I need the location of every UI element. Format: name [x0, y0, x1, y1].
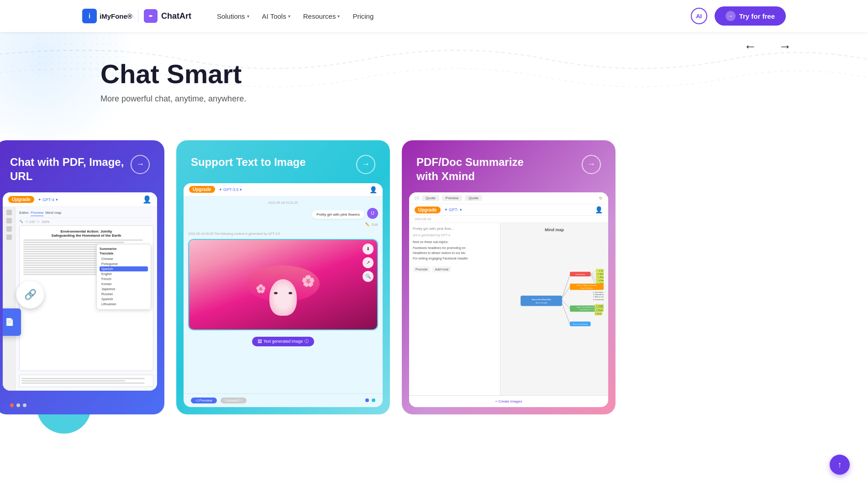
- link-icon-decoration: 🔗: [16, 281, 44, 308]
- mindmap-label: Mind map: [505, 228, 604, 232]
- hero-subtitle: More powerful chat, anytime, anywhere.: [100, 94, 868, 104]
- svg-text:d. Stepping Stone: d. Stepping Stone: [599, 280, 604, 281]
- svg-line-8: [562, 303, 570, 324]
- card-summarize-title: PDF/Doc Summarize with Xmind: [416, 155, 544, 183]
- carousel-next-button[interactable]: →: [775, 37, 795, 57]
- translate-english: English: [100, 271, 148, 276]
- mock-forward-btn[interactable]: Forward ▷: [221, 398, 247, 403]
- nav-resources[interactable]: Resources ▾: [303, 12, 340, 20]
- translate-korean: Korean: [100, 281, 148, 286]
- mock-mindmap-canvas: Mind map How to Get Short Film Ideas Usi…: [500, 223, 608, 395]
- mock-ai-timestamp: 2023-05-18 09:35 The following content i…: [188, 232, 378, 235]
- svg-text:How to Get Short Film: How to Get Short Film: [532, 298, 551, 301]
- try-free-arrow-icon: →: [726, 11, 736, 21]
- mock-upgrade-badge-2: Upgrade: [189, 186, 215, 193]
- portrait-left-eye: [274, 292, 278, 294]
- chatart-logo[interactable]: ChatArt: [144, 9, 191, 23]
- share-image-button[interactable]: ↗: [363, 257, 374, 268]
- svg-text:Part 3: Top 3 AI Film Script: Part 3: Top 3 AI Film Script: [577, 307, 597, 308]
- dot-1: [10, 403, 14, 407]
- svg-text:c. Refer to movies and TV show: c. Refer to movies and TV shows: [593, 297, 604, 298]
- mock-focus-topics-label: feed on these sub-topics:: [413, 240, 496, 244]
- dot-3: [23, 403, 26, 407]
- svg-line-5: [562, 275, 570, 298]
- translate-russian: Russian: [100, 292, 148, 297]
- nav-solutions[interactable]: Solutions ▾: [217, 12, 249, 20]
- card-pdf-image-url: Chat with PDF, Image, URL → Upgrade ✦ GP…: [0, 140, 164, 414]
- translate-spanish2: Spanish: [100, 297, 148, 302]
- mock-quote-btn-2[interactable]: Quote: [465, 195, 482, 201]
- mock-edit-action: ✏️ Edit: [188, 223, 378, 227]
- svg-line-20: [591, 274, 596, 280]
- svg-text:a. Creative Freedom: a. Creative Freedom: [599, 270, 604, 272]
- create-images-btn[interactable]: + Create images: [495, 399, 522, 403]
- nav-ai-tools[interactable]: AI Tools ▾: [262, 12, 290, 20]
- mock-upgrade-badge: Upgrade: [8, 196, 34, 203]
- sidebar-icon-2: [6, 218, 12, 223]
- download-image-button[interactable]: ⬇: [363, 244, 374, 254]
- card-image-screenshot: Upgrade ✦ GPT-3.5 ▾ 👤 2023-05-18 01:31:2…: [184, 183, 383, 407]
- mock-imagegen-bottom-bar: ◁ Preview Forward ▷: [184, 393, 383, 407]
- chatart-logo-icon: [144, 9, 158, 23]
- carousel-navigation: ← →: [740, 37, 795, 57]
- mock-user-avatar-2: 👤: [369, 186, 377, 193]
- logo-group: i iMyFone® ChatArt: [82, 9, 191, 23]
- navbar: i iMyFone® ChatArt Solutions ▾ AI Tools …: [0, 0, 868, 32]
- try-free-label: Try for free: [739, 12, 775, 20]
- mock-image-gen-ui: Upgrade ✦ GPT-3.5 ▾ 👤 2023-05-18 01:31:2…: [184, 183, 383, 407]
- svg-text:c. Boord: c. Boord: [595, 313, 601, 315]
- hero-section: Chat Smart More powerful chat, anytime, …: [0, 32, 868, 140]
- try-free-button[interactable]: → Try for free: [715, 6, 786, 26]
- mock-mindmap-body: Pretty girl with pink flow... are is gen…: [409, 223, 608, 395]
- card-summarize-arrow-button[interactable]: →: [582, 155, 601, 174]
- translate-lithuanian: Lithuanian: [100, 302, 148, 307]
- card-image-arrow-button[interactable]: →: [356, 155, 375, 174]
- sidebar-icon-3: [6, 226, 12, 232]
- card-pdf-arrow-button[interactable]: →: [131, 155, 150, 174]
- scroll-to-top-button[interactable]: ↑: [830, 455, 850, 475]
- portrait-right-eye: [289, 292, 292, 294]
- nav-links: Solutions ▾ AI Tools ▾ Resources ▾ Prici…: [217, 12, 374, 20]
- mock-chat-body: 2023-05-18 01:31:20 Pretty girl with pin…: [184, 196, 383, 393]
- carousel-prev-button[interactable]: ←: [740, 37, 760, 57]
- svg-text:a. Use search engines: a. Use search engines: [593, 292, 604, 293]
- edit-label: Edit: [372, 223, 378, 227]
- logo-divider: [138, 10, 138, 22]
- ai-badge-button[interactable]: AI: [691, 8, 707, 24]
- mock-preview-btn-mm[interactable]: Preview: [442, 195, 462, 201]
- mock-mindmap-toolbar: 📄 Quote Preview Quote ↻: [409, 192, 608, 204]
- doc-icon-decoration: 📄: [3, 308, 21, 336]
- svg-text:d. Consult script writing book: d. Consult script writing books or: [593, 299, 604, 301]
- mock-pdf-toolbar: Upgrade ✦ GPT-4 ▾ 👤: [3, 192, 157, 207]
- svg-text:Introduction: Introduction: [575, 273, 585, 276]
- card-pdf-pagination: [0, 398, 164, 414]
- image-icon: 🖼: [258, 339, 262, 344]
- imyfone-logo[interactable]: i iMyFone®: [82, 9, 132, 23]
- mock-mm-topbar: Upgrade ✦ GPT- ▾ 👤: [409, 204, 608, 216]
- card-summarize-screenshot: 📄 Quote Preview Quote ↻ Upgrade ✦ GPT- ▾…: [409, 192, 608, 407]
- mock-mm-action-buttons: Promote Add+chat: [413, 266, 496, 272]
- nav-pricing[interactable]: Pricing: [352, 12, 374, 20]
- color-dot-blue: [365, 398, 369, 402]
- feature-cards-section: Chat with PDF, Image, URL → Upgrade ✦ GP…: [0, 140, 868, 414]
- svg-point-1: [150, 15, 152, 17]
- mock-addchat-btn[interactable]: Add+chat: [432, 266, 451, 272]
- card-pdf-title: Chat with PDF, Image, URL: [10, 155, 131, 183]
- svg-text:Part 2: 4 Ways to Generate: Part 2: 4 Ways to Generate: [577, 285, 597, 287]
- imyfone-logo-text: iMyFone®: [100, 12, 132, 20]
- mock-mm-section-desc: are is generated by GPT-4: [413, 233, 496, 237]
- svg-rect-2: [521, 296, 562, 306]
- svg-line-7: [562, 300, 570, 308]
- mock-promote-btn[interactable]: Promote: [413, 266, 430, 272]
- aitools-chevron: ▾: [288, 14, 290, 19]
- mock-preview-btn[interactable]: ◁ Preview: [191, 398, 217, 403]
- mock-quote-btn[interactable]: Quote: [422, 195, 439, 201]
- tab-preview: Preview: [31, 211, 43, 216]
- svg-text:Ideas Using AI: Ideas Using AI: [536, 302, 547, 304]
- zoom-image-button[interactable]: 🔍: [363, 271, 374, 282]
- user-avatar-bubble: U: [367, 208, 378, 219]
- svg-text:c. Showcase Talent: c. Showcase Talent: [598, 276, 604, 278]
- mock-page-title: Environmental Action: JointlySafeguardin…: [23, 229, 149, 238]
- mock-gpt-badge-3: ✦ GPT- ▾: [444, 207, 462, 212]
- svg-text:b. Skill Development: b. Skill Development: [598, 274, 604, 276]
